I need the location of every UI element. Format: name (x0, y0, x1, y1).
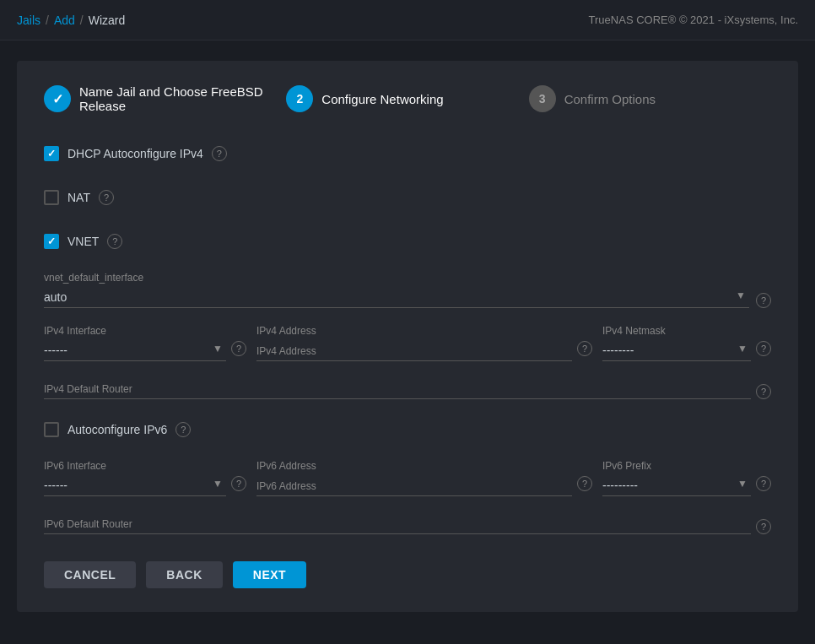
autoconfigure-ipv6-row: Autoconfigure IPv6 ? (44, 416, 771, 443)
ipv4-interface-select-wrapper: ------ ▼ (44, 340, 226, 361)
ipv6-address-col: IPv6 Address ? (256, 460, 592, 496)
dhcp-label: DHCP Autoconfigure IPv4 (67, 147, 203, 160)
ipv4-address-label: IPv4 Address (256, 325, 572, 337)
ipv6-prefix-select[interactable]: --------- (602, 475, 751, 496)
autoconfigure-ipv6-checkbox[interactable] (44, 422, 59, 437)
autoconfigure-ipv6-help-icon[interactable]: ? (175, 422, 191, 437)
steps-header: ✓ Name Jail and Choose FreeBSD Release 2… (44, 84, 771, 113)
step-2-label: Configure Networking (321, 92, 443, 106)
step-2-number: 2 (296, 92, 303, 106)
ipv6-interface-help-icon[interactable]: ? (231, 476, 246, 491)
ipv6-address-help-icon[interactable]: ? (577, 476, 592, 491)
actions-row: CANCEL BACK NEXT (44, 561, 771, 588)
topbar: Jails / Add / Wizard TrueNAS CORE® © 202… (0, 0, 815, 41)
nat-help-icon[interactable]: ? (99, 190, 114, 205)
ipv4-netmask-select[interactable]: -------- (602, 340, 751, 361)
dhcp-checkbox[interactable] (44, 146, 59, 161)
ipv4-netmask-group: IPv4 Netmask -------- ▼ (602, 325, 751, 361)
ipv6-address-input[interactable] (256, 475, 572, 496)
vnet-interface-select[interactable]: auto em0 vtnet0 (44, 287, 749, 308)
ipv4-interface-group: IPv4 Interface ------ ▼ (44, 325, 226, 361)
ipv6-prefix-group: IPv6 Prefix --------- ▼ (602, 460, 751, 496)
ipv4-interface-help-icon[interactable]: ? (231, 341, 246, 356)
dhcp-row: DHCP Autoconfigure IPv4 ? (44, 140, 771, 167)
main-content: ✓ Name Jail and Choose FreeBSD Release 2… (0, 41, 815, 632)
vnet-row: VNET ? (44, 228, 771, 255)
nat-row: NAT ? (44, 184, 771, 211)
nat-label: NAT (67, 191, 90, 204)
ipv6-router-help-icon[interactable]: ? (756, 519, 771, 534)
ipv4-netmask-col: IPv4 Netmask -------- ▼ ? (602, 325, 771, 361)
breadcrumb-wizard: Wizard (89, 14, 126, 27)
ipv6-prefix-select-wrapper: --------- ▼ (602, 475, 751, 496)
step-3-number: 3 (539, 92, 546, 106)
step-3: 3 Confirm Options (529, 85, 771, 112)
step-1: ✓ Name Jail and Choose FreeBSD Release (44, 84, 286, 113)
ipv4-address-col: IPv4 Address ? (256, 325, 592, 361)
ipv6-address-label: IPv6 Address (256, 460, 572, 472)
ipv6-row: IPv6 Interface ------ ▼ ? IPv6 Address (44, 460, 771, 496)
vnet-interface-row: auto em0 vtnet0 ▼ ? (44, 287, 771, 308)
ipv4-netmask-label: IPv4 Netmask (602, 325, 751, 337)
ipv4-interface-select[interactable]: ------ (44, 340, 226, 361)
step-1-circle: ✓ (44, 85, 71, 112)
autoconfigure-ipv6-label: Autoconfigure IPv6 (67, 423, 167, 436)
vnet-interface-select-wrapper: auto em0 vtnet0 ▼ (44, 287, 749, 308)
ipv4-router-group: ? (44, 378, 771, 399)
ipv4-row: IPv4 Interface ------ ▼ ? IPv4 Address (44, 325, 771, 361)
vnet-interface-label: vnet_default_interface (44, 272, 771, 284)
ipv6-interface-label: IPv6 Interface (44, 460, 226, 472)
vnet-label: VNET (67, 235, 99, 248)
brand-text: TrueNAS CORE® © 2021 - iXsystems, Inc. (589, 14, 798, 26)
ipv4-interface-label: IPv4 Interface (44, 325, 226, 337)
breadcrumb-jails[interactable]: Jails (17, 14, 40, 27)
ipv6-interface-group: IPv6 Interface ------ ▼ (44, 460, 226, 496)
step-2: 2 Configure Networking (286, 85, 528, 112)
ipv6-prefix-col: IPv6 Prefix --------- ▼ ? (602, 460, 771, 496)
cancel-button[interactable]: CANCEL (44, 561, 136, 588)
ipv4-address-group: IPv4 Address (256, 325, 572, 361)
ipv4-netmask-help-icon[interactable]: ? (756, 341, 771, 356)
dhcp-help-icon[interactable]: ? (212, 146, 227, 161)
ipv6-prefix-label: IPv6 Prefix (602, 460, 751, 472)
ipv4-router-row: ? (44, 378, 771, 399)
vnet-interface-group: vnet_default_interface auto em0 vtnet0 ▼… (44, 272, 771, 308)
ipv6-interface-select-wrapper: ------ ▼ (44, 475, 226, 496)
step-1-label: Name Jail and Choose FreeBSD Release (79, 84, 286, 113)
ipv6-address-group: IPv6 Address (256, 460, 572, 496)
ipv6-default-router-input[interactable] (44, 513, 751, 534)
ipv4-netmask-select-wrapper: -------- ▼ (602, 340, 751, 361)
ipv4-address-help-icon[interactable]: ? (577, 341, 592, 356)
wizard-card: ✓ Name Jail and Choose FreeBSD Release 2… (17, 61, 798, 612)
ipv6-router-group: ? (44, 513, 771, 534)
vnet-checkbox[interactable] (44, 234, 59, 249)
ipv4-router-help-icon[interactable]: ? (756, 384, 771, 399)
ipv6-interface-col: IPv6 Interface ------ ▼ ? (44, 460, 246, 496)
nat-checkbox[interactable] (44, 190, 59, 205)
step-3-circle: 3 (529, 85, 556, 112)
ipv6-prefix-help-icon[interactable]: ? (756, 476, 771, 491)
form-body: DHCP Autoconfigure IPv4 ? NAT ? VNET ? v… (44, 140, 771, 534)
ipv4-address-input[interactable] (256, 340, 572, 361)
ipv4-interface-col: IPv4 Interface ------ ▼ ? (44, 325, 246, 361)
ipv6-interface-select[interactable]: ------ (44, 475, 226, 496)
step-3-label: Confirm Options (564, 92, 656, 106)
next-button[interactable]: NEXT (233, 561, 306, 588)
breadcrumb-add[interactable]: Add (54, 14, 75, 27)
breadcrumb-sep-1: / (46, 14, 49, 27)
breadcrumb: Jails / Add / Wizard (17, 14, 125, 27)
checkmark-icon: ✓ (52, 91, 63, 107)
vnet-interface-help-icon[interactable]: ? (756, 293, 771, 308)
ipv6-router-row: ? (44, 513, 771, 534)
ipv4-default-router-input[interactable] (44, 378, 751, 399)
breadcrumb-sep-2: / (80, 14, 84, 27)
step-2-circle: 2 (286, 85, 313, 112)
vnet-help-icon[interactable]: ? (107, 234, 122, 249)
back-button[interactable]: BACK (146, 561, 222, 588)
